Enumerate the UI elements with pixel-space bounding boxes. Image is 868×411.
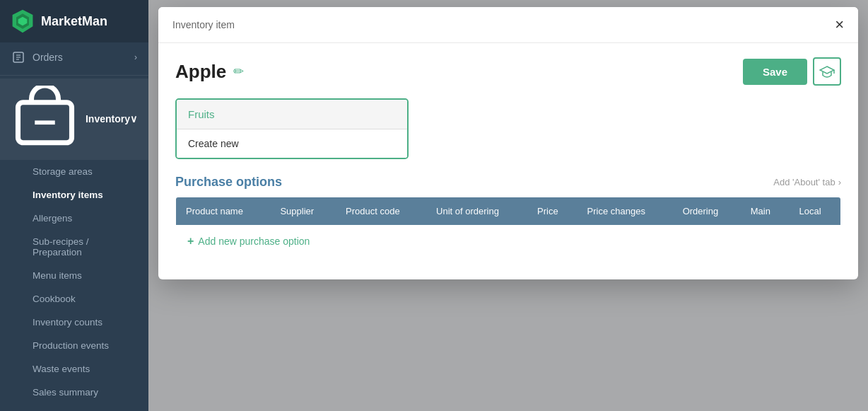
purchase-options-table: Product name Supplier Product code Unit … (175, 197, 841, 258)
col-supplier: Supplier (270, 197, 336, 226)
sidebar-sub-item-production-events[interactable]: Production events (0, 334, 148, 357)
modal-overlay: Inventory item × Apple ✏ Save (148, 0, 868, 411)
chevron-right-icon: › (838, 177, 841, 187)
svg-marker-9 (820, 66, 834, 74)
add-about-tab-link[interactable]: Add 'About' tab › (773, 177, 841, 187)
col-product-code: Product code (336, 197, 426, 226)
inventory-chevron-icon: ∨ (130, 113, 137, 125)
sidebar-sub-item-menu-items[interactable]: Menu items (0, 264, 148, 287)
sidebar-item-orders[interactable]: Orders › (0, 42, 148, 72)
brand-name: MarketMan (41, 14, 107, 29)
orders-chevron-icon: › (134, 52, 137, 62)
dropdown-selected-option[interactable]: Fruits (177, 100, 407, 129)
sidebar-header: MarketMan (0, 0, 148, 42)
col-price: Price (527, 197, 577, 226)
purchase-options-section-header: Purchase options Add 'About' tab › (175, 175, 841, 190)
col-main: Main (741, 197, 790, 226)
dropdown-create-new-option[interactable]: Create new (177, 129, 407, 158)
sidebar-sub-item-inventory-items[interactable]: Inventory items (0, 183, 148, 207)
modal-header: Inventory item × (158, 7, 858, 43)
help-icon-button[interactable] (813, 57, 841, 86)
sidebar-sub-item-sales-summary[interactable]: Sales summary (0, 381, 148, 404)
inventory-label: Inventory (86, 113, 130, 125)
item-title-left: Apple ✏ (175, 61, 244, 83)
sidebar-sub-item-storage-areas[interactable]: Storage areas (0, 160, 148, 183)
sidebar-sub-item-allergens[interactable]: Allergens (0, 207, 148, 230)
add-new-purchase-option-button[interactable]: + Add new purchase option (187, 235, 310, 248)
sidebar-sub-item-waste-events[interactable]: Waste events (0, 357, 148, 381)
edit-pencil-icon[interactable]: ✏ (233, 64, 244, 79)
marketman-logo-icon (10, 8, 35, 34)
plus-icon: + (187, 235, 194, 248)
save-button[interactable]: Save (743, 59, 807, 85)
item-title-row: Apple ✏ Save (175, 57, 841, 86)
purchase-options-title: Purchase options (175, 175, 282, 190)
graduation-cap-icon (819, 64, 835, 79)
item-title: Apple (175, 61, 226, 83)
orders-label: Orders (33, 52, 63, 63)
sidebar-sub-item-cookbook[interactable]: Cookbook (0, 287, 148, 311)
table-header-row: Product name Supplier Product code Unit … (176, 197, 841, 226)
modal: Inventory item × Apple ✏ Save (158, 7, 858, 279)
category-dropdown[interactable]: Fruits Create new (175, 98, 409, 159)
sidebar: MarketMan Orders › Inventory ∨ Storage a… (0, 0, 148, 411)
inventory-icon (11, 86, 78, 153)
sidebar-divider (0, 75, 148, 76)
sidebar-item-inventory[interactable]: Inventory ∨ (0, 79, 148, 160)
category-dropdown-container: Fruits Create new (175, 98, 841, 159)
col-price-changes: Price changes (577, 197, 673, 226)
add-purchase-row: + Add new purchase option (176, 225, 841, 258)
col-unit-of-ordering: Unit of ordering (426, 197, 527, 226)
col-ordering: Ordering (673, 197, 741, 226)
sidebar-sub-item-sub-recipes[interactable]: Sub-recipes / Preparation (0, 230, 148, 264)
modal-title: Inventory item (172, 19, 235, 30)
modal-body: Apple ✏ Save (158, 43, 858, 279)
main-content: Inventory item × Apple ✏ Save (148, 0, 868, 411)
sidebar-sub-item-inventory-counts[interactable]: Inventory counts (0, 311, 148, 334)
col-local: Local (790, 197, 841, 226)
item-title-right: Save (743, 57, 841, 86)
orders-icon (11, 50, 25, 64)
sidebar-sub-item-actual-vs-theoretical[interactable]: Actual vs. Theoretical (0, 404, 148, 411)
add-purchase-cell: + Add new purchase option (176, 225, 841, 258)
modal-close-button[interactable]: × (835, 17, 844, 33)
col-product-name: Product name (176, 197, 271, 226)
